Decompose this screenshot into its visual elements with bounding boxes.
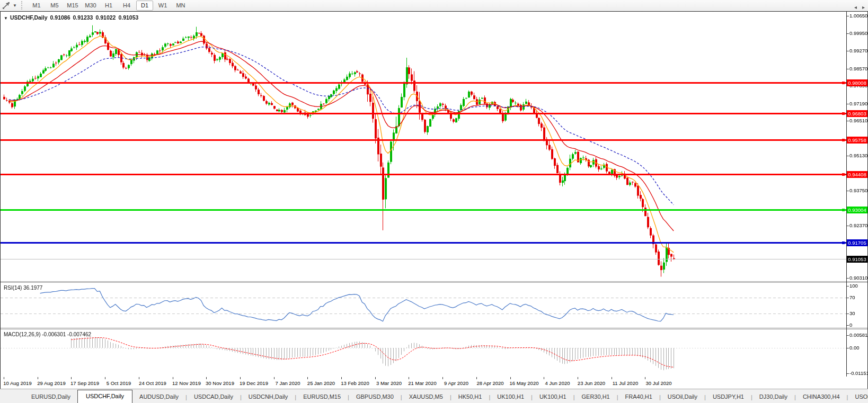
ohlc-high: 0.91233: [73, 14, 93, 21]
chart-tab-gbpusd-m30[interactable]: GBPUSD,M30: [349, 391, 401, 403]
mt4-application: ▼ M1M5M15M30H1H4D1W1MN ▼USDCHF,Daily0.91…: [0, 0, 868, 403]
ohlc-low: 0.91022: [95, 14, 116, 21]
price-tick-label: 0.96510: [849, 118, 867, 124]
price-tick-mark: [847, 226, 849, 226]
pane-divider[interactable]: [1, 281, 867, 283]
price-scale-border: [846, 12, 847, 377]
chart-tab-usdjpy-h1[interactable]: USDJPY,H1: [706, 391, 751, 403]
timeframe-buttons: M1M5M15M30H1H4D1W1MN: [28, 1, 190, 11]
chart-title: ▼USDCHF,Daily0.910860.912330.910220.9105…: [4, 14, 138, 21]
chart-tab-china300-h4[interactable]: CHINA300,H4: [796, 391, 847, 403]
time-tick-label: 29 Aug 2019: [37, 380, 65, 386]
hline-price-label: 0.98008: [847, 79, 867, 86]
time-tick-label: 17 Sep 2019: [70, 380, 99, 386]
price-tick-label: 1.00650: [849, 13, 867, 19]
macd-indicator-canvas[interactable]: [1, 329, 846, 377]
chart-dropdown-icon[interactable]: ▼: [4, 16, 8, 21]
time-tick-mark: [442, 377, 443, 379]
chart-tab-uk100-h1[interactable]: UK100,H1: [533, 391, 573, 403]
time-tick-mark: [612, 377, 612, 379]
price-tick-label: 0.99950: [849, 30, 867, 37]
time-tick-mark: [71, 377, 72, 379]
tab-scroll-right-icon[interactable]: ▸: [862, 4, 865, 11]
timeframe-button-d1[interactable]: D1: [136, 1, 153, 11]
timeframe-button-mn[interactable]: MN: [172, 1, 189, 11]
chart-tab-usdcad-daily[interactable]: USDCAD,Daily: [187, 391, 240, 403]
main-price-canvas[interactable]: [1, 12, 846, 281]
chart-tab-eurusd-m15[interactable]: EURUSD,M15: [296, 391, 348, 403]
rsi-label: RSI(14) 36.1977: [4, 285, 42, 291]
timeframe-button-m1[interactable]: M1: [28, 1, 45, 11]
time-tick-mark: [173, 377, 173, 379]
rsi-indicator-canvas[interactable]: [1, 283, 846, 328]
macd-tick-label: 0.005818: [849, 332, 868, 338]
chart-tab-xauusd-m5[interactable]: XAUUSD,M5: [402, 391, 450, 403]
rsi-tick-mark: [847, 314, 849, 314]
price-tick-label: 0.98570: [849, 66, 867, 72]
chart-tab-usoil-h[interactable]: USOil,H: [848, 391, 868, 403]
cursor-tool-icon[interactable]: [2, 2, 11, 10]
time-tick-mark: [307, 377, 308, 379]
chart-window: ▼USDCHF,Daily0.910860.912330.910220.9105…: [0, 11, 868, 390]
timeframe-button-m5[interactable]: M5: [46, 1, 63, 11]
time-tick-mark: [544, 377, 544, 379]
chart-tab-ger30-h1[interactable]: GER30,H1: [575, 391, 617, 403]
time-tick-label: 3 Mar 2020: [376, 380, 402, 386]
chart-tab-bar: EURUSD,DailyUSDCHF,DailyAUDUSD,Daily|USD…: [0, 389, 868, 403]
chart-tab-usdchf-daily[interactable]: USDCHF,Daily: [77, 390, 132, 403]
price-tick-mark: [847, 191, 849, 191]
price-tick-label: 0.99270: [849, 48, 867, 54]
tab-scroll-left-icon[interactable]: ◂: [854, 4, 857, 11]
chart-tab-fra40-h1[interactable]: FRA40,H1: [618, 391, 659, 403]
time-tick-mark: [510, 377, 511, 379]
rsi-tick-mark: [847, 298, 849, 298]
toolbar-drag-handle[interactable]: [21, 1, 24, 10]
price-tick-mark: [847, 121, 849, 121]
price-tick-mark: [847, 278, 849, 279]
time-tick-mark: [578, 377, 578, 379]
time-tick-label: 11 Jul 2020: [613, 380, 638, 386]
chart-tab-hk50-h1[interactable]: HK50,H1: [451, 391, 489, 403]
macd-tick-label: -0.011514: [849, 370, 868, 377]
price-tick-mark: [847, 51, 849, 51]
timeframe-toolbar: ▼ M1M5M15M30H1H4D1W1MN: [0, 0, 868, 11]
time-tick-label: 25 Jan 2020: [307, 380, 335, 386]
rsi-tick-label: 30: [849, 310, 855, 317]
chart-tab-uk100-h1[interactable]: UK100,H1: [490, 391, 531, 403]
chart-tab-usoil-daily[interactable]: USOil,Daily: [661, 391, 704, 403]
pane-divider[interactable]: [1, 328, 867, 329]
timeframe-button-h1[interactable]: H1: [100, 1, 117, 11]
time-axis[interactable]: 10 Aug 201929 Aug 201917 Sep 20195 Oct 2…: [1, 377, 867, 388]
price-tick-mark: [847, 69, 849, 69]
macd-tick-mark: [847, 348, 849, 348]
price-tick-mark: [847, 156, 849, 156]
macd-values: -0.006301 -0.007462: [42, 332, 91, 337]
time-tick-label: 28 Apr 2020: [476, 380, 503, 386]
chart-symbol-label: USDCHF,Daily: [10, 14, 48, 21]
rsi-tick-mark: [847, 325, 849, 326]
ohlc-open: 0.91086: [50, 14, 70, 21]
cursor-tool-dropdown-icon[interactable]: ▼: [13, 3, 17, 8]
rsi-value: 36.1977: [23, 285, 42, 291]
ohlc-close: 0.91053: [118, 14, 138, 21]
time-tick-label: 30 Nov 2019: [206, 380, 234, 386]
price-tick-label: 0.97190: [849, 101, 867, 107]
chart-tab-eurusd-daily[interactable]: EURUSD,Daily: [24, 391, 77, 403]
hline-price-label: 0.96803: [847, 110, 867, 117]
chart-tab-dj30-daily[interactable]: DJ30,Daily: [752, 391, 794, 403]
time-tick-label: 13 Feb 2020: [341, 380, 369, 386]
macd-tick-mark: [847, 335, 849, 336]
price-tick-mark: [847, 104, 849, 104]
time-tick-label: 30 Jul 2020: [645, 380, 671, 386]
timeframe-button-w1[interactable]: W1: [154, 1, 171, 11]
chart-tab-usdcnh-daily[interactable]: USDCNH,Daily: [242, 391, 295, 403]
chart-tab-audusd-daily[interactable]: AUDUSD,Daily: [132, 391, 185, 403]
time-tick-label: 5 Oct 2019: [107, 380, 131, 386]
timeframe-button-m30[interactable]: M30: [82, 1, 99, 11]
rsi-tick-label: 0: [849, 322, 852, 328]
timeframe-button-h4[interactable]: H4: [118, 1, 135, 11]
time-tick-label: 23 Jun 2020: [578, 380, 605, 386]
timeframe-button-m15[interactable]: M15: [64, 1, 81, 11]
rsi-tick-label: 100: [849, 283, 858, 289]
hline-price-label: 0.94408: [847, 171, 867, 178]
